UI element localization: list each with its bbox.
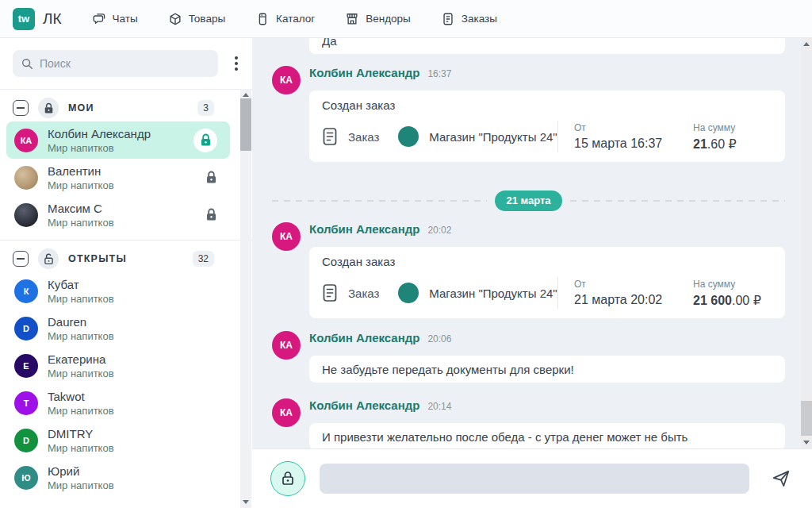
scroll-up-icon[interactable]: [803, 42, 810, 46]
top-nav: tw ЛК Чаты Товары: [0, 0, 812, 38]
chat-subtitle: Мир напитков: [48, 368, 114, 379]
section-header-my[interactable]: МОИ 3: [0, 94, 252, 121]
message: КА Колбин Александр 16:37 Создан заказ: [272, 66, 785, 162]
order-from-value: 21 марта 20:02: [574, 293, 677, 307]
section-count-badge: 3: [197, 100, 214, 116]
chat-list-item-valentin[interactable]: Валентин Мир напитков: [6, 159, 230, 196]
nav-item-products[interactable]: Товары: [168, 12, 225, 26]
search-input[interactable]: [40, 57, 210, 70]
closed-lock-icon: [38, 98, 59, 118]
nav-item-label: Каталог: [276, 13, 315, 25]
collapse-icon[interactable]: [13, 251, 29, 267]
message-input[interactable]: [320, 464, 749, 494]
message-time: 20:06: [427, 332, 451, 346]
chat-list-item-yuriy[interactable]: Ю Юрий Мир напитков: [6, 459, 230, 496]
chat-name: Екатерина: [48, 352, 114, 366]
scroll-down-icon[interactable]: [803, 441, 810, 444]
chat-list-item-maksim[interactable]: Максим С Мир напитков: [6, 196, 230, 233]
open-lock-icon: [38, 248, 59, 269]
nav-item-catalog[interactable]: Каталог: [255, 12, 315, 26]
message-bubble: Создан заказ Заказ: [309, 247, 785, 318]
chat-name: Максим С: [48, 202, 114, 215]
order-card[interactable]: Заказ Магазин "Продукты 24" От 15 марта …: [322, 121, 772, 152]
avatar: D: [14, 317, 38, 341]
chat-list-item-kolbin[interactable]: КА Колбин Александр Мир напитков: [6, 121, 230, 159]
divider: [557, 121, 558, 152]
section-label: ОТКРЫТЫ: [68, 253, 127, 264]
avatar: Ю: [14, 466, 38, 490]
vendors-icon: [345, 12, 359, 26]
scroll-down-icon[interactable]: [243, 500, 249, 504]
more-menu-icon[interactable]: [232, 53, 241, 74]
lock-icon: [280, 470, 296, 487]
chat-list-item-ekaterina[interactable]: E Екатерина Мир напитков: [6, 347, 230, 384]
sidebar-scrollbar[interactable]: [240, 89, 251, 508]
divider: [557, 277, 558, 309]
scrollbar-thumb[interactable]: [801, 401, 812, 436]
chat-list-item-takwot[interactable]: T Takwot Мир напитков: [6, 384, 230, 421]
nav-item-chats[interactable]: Чаты: [92, 12, 138, 26]
divider-line: [570, 200, 785, 202]
chat-subtitle: Мир напитков: [48, 293, 114, 305]
chat-sidebar: МОИ 3 КА Колбин Александр Мир напитков: [0, 38, 252, 508]
order-from-value: 15 марта 16:37: [574, 137, 677, 151]
message-composer: [252, 448, 812, 508]
message: КА Колбин Александр 20:14 И привезти жел…: [272, 398, 785, 448]
send-button[interactable]: [771, 468, 791, 489]
message-author[interactable]: Колбин Александр: [309, 222, 419, 237]
message-time: 20:02: [427, 223, 451, 237]
chat-name: DMITRY: [48, 427, 114, 441]
products-icon: [168, 12, 182, 26]
avatar: [14, 203, 38, 227]
private-mode-button[interactable]: [270, 461, 305, 496]
message-author[interactable]: Колбин Александр: [309, 398, 419, 413]
chat-list-item-kubat[interactable]: К Кубат Мир напитков: [6, 272, 230, 310]
send-icon: [771, 468, 791, 489]
catalog-icon: [255, 12, 270, 26]
section-count-badge: 32: [193, 251, 214, 267]
avatar: [14, 166, 38, 190]
message-bubble: Не забудьте передать документы для сверк…: [309, 356, 785, 383]
avatar: К: [14, 279, 38, 303]
nav-item-vendors[interactable]: Вендоры: [345, 12, 411, 26]
nav-item-label: Чаты: [113, 13, 138, 25]
order-from-label: От: [574, 122, 677, 133]
avatar: КА: [272, 331, 301, 360]
avatar: D: [14, 429, 38, 452]
message-author[interactable]: Колбин Александр: [309, 66, 419, 80]
section-header-open[interactable]: ОТКРЫТЫ 32: [0, 245, 252, 272]
chat-subtitle: Мир напитков: [48, 405, 114, 417]
nav-item-orders[interactable]: Заказы: [441, 12, 497, 26]
lock-status: [193, 129, 217, 152]
chat-name: Takwot: [48, 390, 114, 403]
avatar: КА: [272, 398, 301, 427]
closed-lock-icon: [193, 129, 217, 152]
message-text: И привезти желательно после обеда - с ут…: [322, 430, 688, 444]
chat-scrollbar[interactable]: [801, 38, 812, 448]
divider: [0, 240, 252, 241]
message-bubble: Создан заказ Заказ: [309, 90, 785, 162]
app-logo[interactable]: tw: [13, 8, 35, 30]
message: КА Колбин Александр 20:02 Создан заказ: [272, 222, 785, 318]
order-title: Создан заказ: [322, 255, 772, 269]
chat-list-item-dauren[interactable]: D Dauren Мир напитков: [6, 310, 230, 347]
date-divider: 21 марта: [272, 190, 785, 211]
section-label: МОИ: [68, 102, 94, 114]
order-card[interactable]: Заказ Магазин "Продукты 24" От 21 марта …: [322, 277, 772, 309]
scrollbar-thumb[interactable]: [240, 98, 251, 151]
chat-name: Юрий: [48, 464, 114, 478]
avatar: КА: [14, 129, 38, 152]
chat-list-item-dmitry[interactable]: D DMITRY Мир напитков: [6, 421, 230, 459]
chat-subtitle: Мир напитков: [48, 217, 114, 229]
chat-subtitle: Мир напитков: [48, 479, 114, 491]
nav-item-label: Товары: [189, 13, 225, 25]
message: КА Колбин Александр 20:06 Не забудьте пе…: [272, 331, 785, 383]
search-box[interactable]: [13, 50, 218, 77]
chat-subtitle: Мир напитков: [48, 330, 114, 342]
shop-avatar: [398, 126, 419, 147]
message-author[interactable]: Колбин Александр: [309, 331, 419, 345]
chat-name: Валентин: [48, 164, 114, 178]
scroll-up-icon[interactable]: [243, 93, 249, 97]
collapse-icon[interactable]: [13, 100, 29, 116]
order-sum-label: На сумму: [693, 279, 761, 290]
